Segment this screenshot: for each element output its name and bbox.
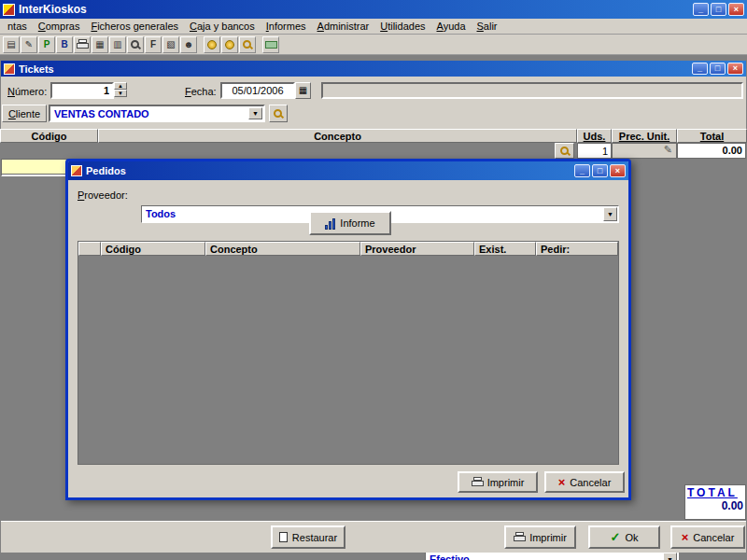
cancelar-button[interactable]: × Cancelar [670, 525, 745, 549]
menu-ayuda[interactable]: Ayuda [431, 20, 472, 33]
bar-chart-icon [325, 217, 335, 230]
menu-administrar[interactable]: Administrar [312, 20, 375, 33]
main-titlebar: InterKioskos _ □ × [0, 0, 747, 19]
col-pedir[interactable]: Pedir: [536, 242, 618, 256]
app-title: InterKioskos [19, 3, 693, 16]
coin-icon[interactable] [204, 36, 220, 53]
tickets-minimize-button[interactable]: _ [692, 63, 708, 75]
restore-icon [279, 532, 288, 542]
chevron-down-icon[interactable]: ▼ [603, 207, 617, 221]
cliente-search-button[interactable] [269, 105, 288, 122]
pedidos-window-icon [71, 165, 82, 176]
payment-method-value: Efectivo [430, 553, 470, 560]
pedidos-list: Código Concepto Proveedor Exist. Pedir: [78, 241, 619, 465]
ok-button[interactable]: ✓ Ok [588, 525, 660, 549]
proveedor-value: Todos [146, 208, 176, 219]
col-exist[interactable]: Exist. [474, 242, 536, 256]
pedidos-minimize-button[interactable]: _ [574, 164, 590, 177]
pedidos-cancelar-button[interactable]: × Cancelar [544, 471, 625, 493]
clients-icon[interactable]: ☻ [180, 36, 197, 53]
printer-icon[interactable] [74, 36, 91, 53]
pedidos-close-button[interactable]: × [610, 164, 626, 177]
pedidos-imprimir-button[interactable]: Imprimir [458, 471, 538, 493]
pedidos-titlebar: Pedidos _ □ × [68, 161, 628, 180]
fecha-input[interactable] [220, 82, 295, 99]
money-icon[interactable] [262, 36, 279, 53]
cross-icon: × [558, 475, 566, 489]
col-uds[interactable]: Uds. [577, 129, 612, 143]
tickets-titlebar: Tickets _ □ × [1, 61, 746, 77]
chevron-down-icon[interactable]: ▼ [663, 553, 677, 560]
menu-ventas[interactable]: ntas [2, 20, 33, 33]
calculator-icon[interactable]: ▦ [92, 36, 108, 53]
coin2-icon[interactable] [221, 36, 238, 53]
menu-ficheros-generales[interactable]: Ficheros generales [85, 20, 184, 33]
concepto-search-button[interactable] [555, 143, 574, 159]
ticket-icon[interactable]: ▤ [3, 36, 20, 53]
prec-unit-cell[interactable]: ✎ [612, 143, 677, 159]
menu-compras[interactable]: Compras [33, 20, 86, 33]
menu-utilidades[interactable]: Utilidades [374, 20, 430, 33]
invoices-icon[interactable]: F [145, 36, 162, 53]
toolbar: ▤ ✎ P B ▦ ▥ F ▧ ☻ [0, 35, 747, 55]
menu-salir[interactable]: Salir [472, 20, 503, 33]
col-codigo[interactable]: Código [0, 129, 98, 143]
cliente-button[interactable]: Cliente [2, 105, 47, 122]
restaurar-label: Restaurar [292, 532, 337, 543]
reports-icon[interactable]: ▧ [162, 36, 179, 53]
ok-label: Ok [625, 532, 638, 543]
search-icon [273, 108, 284, 119]
search-icon [559, 146, 571, 157]
main-minimize-button[interactable]: _ [693, 3, 709, 16]
pedidos-dialog: Pedidos _ □ × Proveedor: Todos ▼ Informe… [65, 159, 631, 500]
col-total[interactable]: Total [677, 129, 747, 143]
imprimir-button[interactable]: Imprimir [504, 525, 576, 549]
col-proveedor[interactable]: Proveedor [360, 242, 474, 256]
printer-icon [472, 477, 484, 487]
main-maximize-button[interactable]: □ [711, 3, 726, 16]
pedidos-title: Pedidos [86, 165, 574, 176]
tickets-maximize-button[interactable]: □ [710, 63, 726, 75]
menu-caja-y-bancos[interactable]: Caja y bancos [184, 20, 261, 33]
uds-input[interactable] [577, 143, 612, 159]
informe-label: Informe [340, 217, 374, 229]
numero-label: Número: [7, 86, 47, 97]
informe-button[interactable]: Informe [309, 211, 391, 235]
spinner-down-icon[interactable]: ▼ [114, 90, 127, 97]
col-rowmarker [78, 242, 101, 256]
total-box: TOTAL 0.00 [684, 484, 746, 520]
col-concepto[interactable]: Concepto [205, 242, 360, 256]
col-codigo[interactable]: Código [101, 242, 205, 256]
search-icon[interactable] [127, 36, 144, 53]
pedidos-cancelar-label: Cancelar [570, 477, 611, 488]
restaurar-button[interactable]: Restaurar [271, 525, 345, 549]
app-icon [3, 4, 15, 16]
tickets-title: Tickets [19, 63, 692, 75]
edit-document-icon[interactable]: ✎ [21, 36, 37, 53]
tickets-close-button[interactable]: × [727, 63, 743, 75]
col-concepto[interactable]: Concepto [98, 129, 577, 143]
chevron-down-icon[interactable]: ▼ [248, 107, 262, 119]
total-label: TOTAL [687, 486, 743, 499]
info-field [321, 82, 743, 99]
spinner-up-icon[interactable]: ▲ [114, 82, 127, 90]
imprimir-label: Imprimir [529, 532, 567, 543]
products-icon[interactable]: P [38, 36, 55, 53]
col-prec-unit[interactable]: Prec. Unit. [612, 129, 677, 143]
barcode-icon[interactable]: B [56, 36, 73, 53]
cross-icon: × [682, 530, 689, 544]
cliente-value: VENTAS CONTADO [54, 108, 149, 119]
numero-spinner[interactable]: ▲ ▼ [114, 82, 127, 97]
numero-input[interactable] [50, 82, 114, 99]
zoom-icon[interactable] [239, 36, 256, 53]
notes-icon[interactable]: ▥ [109, 36, 126, 53]
main-close-button[interactable]: × [728, 3, 744, 16]
calendar-icon[interactable]: ▦ [295, 82, 311, 99]
screen: { "colors": { "titlebar_start": "#0a2fa5… [0, 0, 747, 560]
cliente-combo[interactable]: VENTAS CONTADO ▼ [49, 105, 265, 122]
menu-informes[interactable]: Informes [261, 20, 312, 33]
tickets-window-icon [4, 63, 15, 75]
cliente-label: Cliente [8, 108, 40, 119]
fecha-label: Fecha: [185, 86, 217, 97]
pedidos-maximize-button[interactable]: □ [592, 164, 608, 177]
